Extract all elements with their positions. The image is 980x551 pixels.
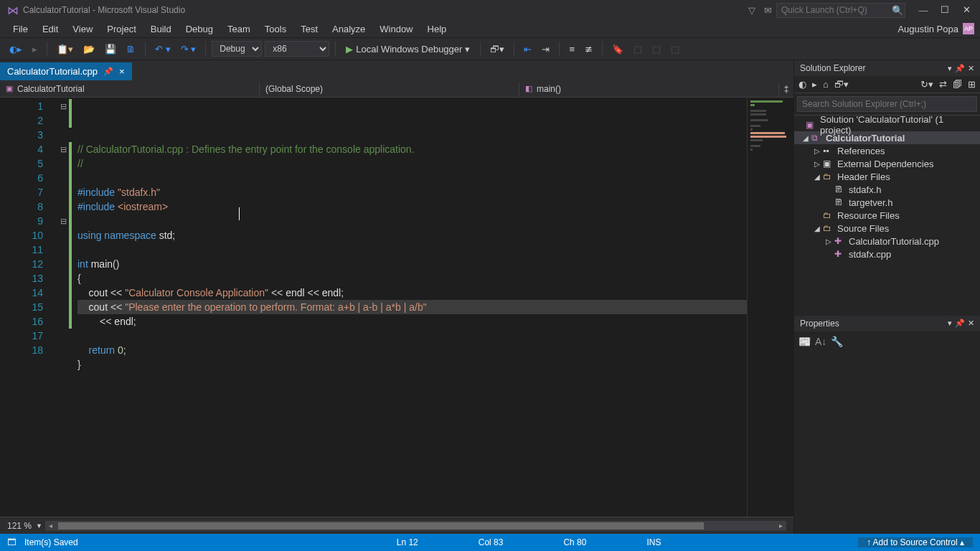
properties-header[interactable]: Properties ▾📌✕	[794, 316, 980, 331]
external-deps-node[interactable]: ▷▣External Dependencies	[794, 157, 980, 170]
scroll-right-icon[interactable]: ▸	[775, 521, 786, 531]
solution-search[interactable]	[794, 93, 980, 116]
show-all-icon[interactable]: 🗐	[953, 79, 962, 90]
menu-debug[interactable]: Debug	[179, 22, 220, 36]
file-calculatortutorial-cpp[interactable]: ▷✚CalculatorTutorial.cpp	[794, 235, 980, 248]
search-icon[interactable]: 🔍	[892, 5, 903, 16]
source-files-node[interactable]: ◢🗀Source Files	[794, 222, 980, 235]
notifications-icon[interactable]: ✉	[764, 5, 772, 16]
menu-project[interactable]: Project	[100, 22, 143, 36]
header-files-node[interactable]: ◢🗀Header Files	[794, 170, 980, 183]
undo-icon[interactable]: ↶ ▾	[151, 42, 174, 57]
quick-launch[interactable]: 🔍	[776, 3, 905, 18]
statusbar: 🗔 Item(s) Saved Ln 12 Col 83 Ch 80 INS ↑…	[0, 534, 980, 551]
zoom-level[interactable]: 121 %	[7, 521, 32, 531]
menu-edit[interactable]: Edit	[35, 22, 65, 36]
nav-function[interactable]: ◧main()	[519, 83, 779, 95]
config-select[interactable]: Debug	[212, 41, 262, 57]
window-title: CalculatorTutorial - Microsoft Visual St…	[23, 5, 744, 15]
menu-analyze[interactable]: Analyze	[325, 22, 372, 36]
file-targetver-h[interactable]: 🖹targetver.h	[794, 196, 980, 209]
menu-tools[interactable]: Tools	[258, 22, 293, 36]
solution-explorer-header[interactable]: Solution Explorer ▾📌✕	[794, 60, 980, 76]
props-pin-icon[interactable]: 📌	[955, 319, 965, 328]
menu-build[interactable]: Build	[143, 22, 179, 36]
uncomment-icon[interactable]: ≢	[581, 42, 596, 57]
titlebar: ⋈ CalculatorTutorial - Microsoft Visual …	[0, 0, 980, 20]
flag-icon[interactable]: ▽	[748, 5, 755, 16]
quick-launch-input[interactable]	[781, 5, 889, 15]
menu-team[interactable]: Team	[220, 22, 258, 36]
forward-icon[interactable]: ▸	[812, 79, 817, 90]
nav-scope[interactable]: (Global Scope)	[260, 83, 519, 95]
start-debug-button[interactable]: ▶ Local Windows Debugger ▾	[341, 42, 474, 56]
references-node[interactable]: ▷▪▪References	[794, 144, 980, 157]
sync-icon[interactable]: 🗗▾	[834, 79, 849, 90]
props-pages-icon[interactable]: 🔧	[831, 336, 843, 347]
save-icon[interactable]: 💾	[101, 42, 120, 57]
open-file-icon[interactable]: 📂	[80, 42, 98, 57]
user-name[interactable]: Augustin Popa	[897, 24, 958, 34]
back-icon[interactable]: ◐	[798, 79, 806, 90]
editor-footer: 121 % ▼ ◂ ▸	[0, 517, 793, 534]
resource-files-node[interactable]: 🗀Resource Files	[794, 209, 980, 222]
horizontal-scrollbar[interactable]	[57, 521, 775, 531]
split-icon[interactable]: ‡	[779, 84, 793, 94]
menu-window[interactable]: Window	[372, 22, 420, 36]
nav-project[interactable]: ▣CalculatorTutorial	[0, 83, 260, 95]
save-all-icon[interactable]: 🗎	[123, 42, 139, 57]
props-sort-icon[interactable]: A↓	[815, 336, 826, 347]
tab-calculatortutorial-cpp[interactable]: CalculatorTutorial.cpp 📌 ×	[0, 62, 132, 80]
next-bookmark-icon[interactable]: ⬚	[649, 42, 664, 57]
side-panel: Solution Explorer ▾📌✕ ◐ ▸ ⌂ 🗗▾ ↻▾ ⇄ 🗐 ⊞ …	[793, 60, 980, 534]
pin-icon[interactable]: 📌	[103, 67, 113, 76]
new-project-icon[interactable]: 📋▾	[53, 42, 77, 57]
status-line: Ln 12	[388, 537, 427, 547]
nav-bar: ▣CalculatorTutorial (Global Scope) ◧main…	[0, 80, 793, 98]
nav-back-icon[interactable]: ◐▸	[6, 42, 26, 57]
step-icon[interactable]: 🗗▾	[486, 42, 508, 57]
play-icon: ▶	[346, 44, 353, 55]
close-button[interactable]: ✕	[956, 4, 977, 16]
indent-less-icon[interactable]: ⇤	[520, 42, 535, 57]
minimap[interactable]	[747, 98, 793, 517]
tab-close-icon[interactable]: ×	[119, 66, 125, 77]
clear-bookmarks-icon[interactable]: ⬚	[667, 42, 683, 57]
indent-more-icon[interactable]: ⇥	[538, 42, 553, 57]
minimize-button[interactable]: —	[913, 4, 934, 16]
bookmark-icon[interactable]: 🔖	[608, 42, 627, 57]
menu-test[interactable]: Test	[293, 22, 325, 36]
refresh-icon[interactable]: ↻▾	[920, 79, 933, 90]
props-cat-icon[interactable]: 📰	[798, 336, 811, 347]
properties-icon[interactable]: ⊞	[968, 79, 976, 90]
panel-pin-icon[interactable]: 📌	[955, 64, 965, 73]
status-ready: Item(s) Saved	[16, 537, 87, 547]
file-stdafx-h[interactable]: 🖹stdafx.h	[794, 183, 980, 196]
redo-icon[interactable]: ↷ ▾	[177, 42, 200, 57]
prev-bookmark-icon[interactable]: ⬚	[630, 42, 646, 57]
props-close-icon[interactable]: ✕	[968, 319, 974, 328]
menu-view[interactable]: View	[65, 22, 100, 36]
code-editor[interactable]: 123456789101112131415161718 ⊟⊟⊟ // Calcu…	[0, 98, 793, 517]
file-stdafx-cpp[interactable]: ✚stdafx.cpp	[794, 248, 980, 260]
scroll-left-icon[interactable]: ◂	[45, 521, 57, 531]
maximize-button[interactable]: ☐	[934, 4, 956, 16]
solution-node[interactable]: ▣Solution 'CalculatorTutorial' (1 projec…	[794, 118, 980, 131]
panel-close-icon[interactable]: ✕	[968, 64, 974, 73]
props-dropdown-icon[interactable]: ▾	[948, 319, 952, 328]
nav-forward-icon[interactable]: ▸	[29, 42, 41, 57]
user-avatar[interactable]: AP	[963, 23, 974, 34]
output-icon[interactable]: 🗔	[7, 537, 16, 547]
source-control-button[interactable]: ↑ Add to Source Control ▴	[858, 537, 973, 547]
comment-icon[interactable]: ≡	[565, 42, 578, 57]
menu-help[interactable]: Help	[420, 22, 454, 36]
solution-search-input[interactable]	[797, 96, 977, 112]
collapse-icon[interactable]: ⇄	[939, 79, 947, 90]
editor-area: CalculatorTutorial.cpp 📌 × ▣CalculatorTu…	[0, 60, 793, 534]
solution-tree[interactable]: ▣Solution 'CalculatorTutorial' (1 projec…	[794, 116, 980, 316]
menu-file[interactable]: File	[6, 22, 35, 36]
status-ins: INS	[638, 537, 669, 547]
platform-select[interactable]: x86	[265, 41, 329, 57]
panel-dropdown-icon[interactable]: ▾	[948, 64, 952, 73]
home-icon[interactable]: ⌂	[823, 79, 829, 90]
